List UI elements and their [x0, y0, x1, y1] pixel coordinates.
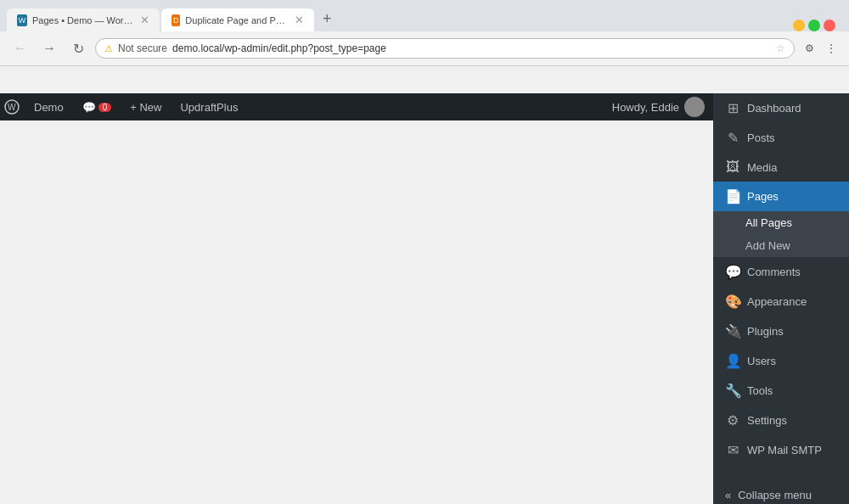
sidebar-item-tools[interactable]: 🔧 Tools — [713, 376, 849, 406]
collapse-menu-button[interactable]: « Collapse menu — [713, 482, 849, 504]
sidebar-comments-label: Comments — [747, 266, 801, 278]
sidebar-item-settings[interactable]: ⚙ Settings — [713, 406, 849, 435]
howdy-menu[interactable]: Howdy, Eddie — [604, 97, 713, 117]
browser-tab-1[interactable]: W Pages • Demo — WordPress ✕ — [7, 8, 160, 31]
sidebar-plugins-label: Plugins — [747, 325, 784, 338]
sidebar-item-comments[interactable]: 💬 Comments — [713, 257, 849, 287]
sidebar-item-smtp[interactable]: ✉ WP Mail SMTP — [713, 435, 849, 465]
submenu-add-new[interactable]: Add New — [713, 234, 849, 257]
admin-bar-comments[interactable]: 💬 0 — [74, 93, 121, 120]
reload-button[interactable]: ↻ — [66, 36, 90, 60]
sidebar: ⊞ Dashboard ✎ Posts 🖼 Media 📄 Pages All … — [713, 93, 849, 504]
appearance-icon: 🎨 — [725, 294, 740, 310]
sidebar-posts-label: Posts — [747, 132, 775, 144]
sidebar-item-dashboard[interactable]: ⊞ Dashboard — [713, 93, 849, 123]
minimize-button[interactable] — [793, 20, 805, 31]
extensions-icon[interactable]: ⚙ — [800, 39, 818, 58]
pages-icon: 📄 — [725, 188, 740, 204]
browser-toolbar-icons: ⚙ ⋮ — [800, 39, 841, 58]
submenu-all-pages[interactable]: All Pages — [713, 211, 849, 234]
tab1-favicon: W — [17, 14, 27, 26]
address-bar[interactable]: ⚠ Not secure demo.local/wp-admin/edit.ph… — [95, 38, 795, 59]
tab1-label: Pages • Demo — WordPress — [32, 15, 135, 25]
sidebar-appearance-label: Appearance — [747, 295, 807, 308]
sidebar-settings-label: Settings — [747, 414, 787, 427]
collapse-icon: « — [725, 489, 731, 501]
admin-bar-updraft[interactable]: UpdraftPlus — [171, 93, 246, 120]
sidebar-item-posts[interactable]: ✎ Posts — [713, 123, 849, 153]
sidebar-pages-label: Pages — [747, 190, 779, 203]
admin-bar-right: Howdy, Eddie — [604, 97, 713, 117]
comments-menu-icon: 💬 — [725, 264, 740, 280]
pages-submenu: All Pages Add New — [713, 211, 849, 257]
not-secure-label: Not secure — [118, 42, 167, 54]
wp-logo-bar[interactable]: W — [0, 93, 24, 120]
dashboard-icon: ⊞ — [725, 100, 740, 116]
maximize-button[interactable] — [808, 20, 820, 31]
sidebar-dashboard-label: Dashboard — [747, 102, 801, 115]
admin-bar-new[interactable]: + New — [121, 93, 170, 120]
comments-count: 0 — [98, 103, 112, 112]
admin-site-name: Demo — [34, 101, 64, 114]
url-text: demo.local/wp-admin/edit.php?post_type=p… — [172, 42, 771, 54]
tab2-favicon: D — [171, 14, 180, 26]
comments-icon: 💬 — [82, 101, 96, 114]
sidebar-smtp-label: WP Mail SMTP — [747, 444, 822, 456]
sidebar-item-appearance[interactable]: 🎨 Appearance — [713, 287, 849, 316]
sidebar-item-pages[interactable]: 📄 Pages — [713, 182, 849, 211]
howdy-text: Howdy, Eddie — [612, 101, 679, 114]
admin-bar-site[interactable]: Demo — [25, 93, 72, 120]
posts-icon: ✎ — [725, 130, 740, 146]
sidebar-item-users[interactable]: 👤 Users — [713, 346, 849, 376]
new-tab-button[interactable]: + — [316, 7, 339, 31]
forward-button[interactable]: → — [37, 36, 61, 60]
tools-icon: 🔧 — [725, 383, 740, 399]
media-icon: 🖼 — [725, 160, 740, 175]
close-button[interactable] — [824, 20, 835, 31]
sidebar-tools-label: Tools — [747, 384, 773, 397]
browser-tab-2[interactable]: D Duplicate Page and Post - Word... ✕ — [161, 8, 314, 31]
sidebar-media-label: Media — [747, 161, 777, 174]
bookmark-icon[interactable]: ☆ — [776, 42, 785, 54]
user-avatar — [684, 97, 705, 117]
sidebar-item-media[interactable]: 🖼 Media — [713, 153, 849, 182]
settings-icon: ⚙ — [725, 412, 740, 428]
tab2-label: Duplicate Page and Post - Word... — [185, 15, 290, 25]
tab2-close[interactable]: ✕ — [295, 14, 304, 26]
sidebar-item-plugins[interactable]: 🔌 Plugins — [713, 316, 849, 346]
smtp-icon: ✉ — [725, 442, 740, 458]
updraft-label: UpdraftPlus — [180, 101, 238, 114]
svg-text:W: W — [8, 103, 16, 112]
more-icon[interactable]: ⋮ — [822, 39, 841, 58]
users-icon: 👤 — [725, 353, 740, 369]
back-button[interactable]: ← — [8, 36, 32, 60]
tab1-close[interactable]: ✕ — [140, 14, 149, 26]
plugins-icon: 🔌 — [725, 323, 740, 339]
collapse-menu-label: Collapse menu — [738, 489, 812, 501]
new-label: + New — [130, 101, 161, 114]
sidebar-users-label: Users — [747, 355, 776, 367]
security-icon: ⚠ — [104, 43, 113, 54]
